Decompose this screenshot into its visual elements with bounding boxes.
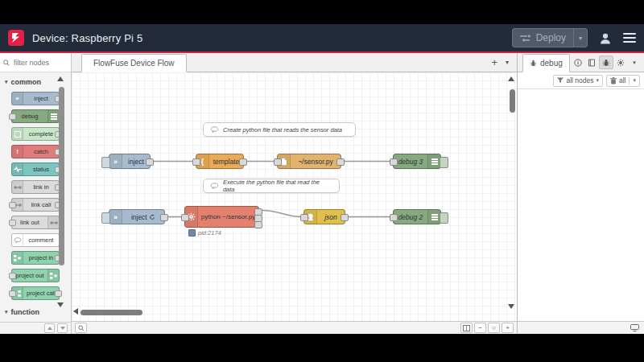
inject-icon: » bbox=[109, 154, 122, 168]
node-python-exec[interactable]: python ~/sensor.py bbox=[184, 206, 259, 228]
debug-tab-button[interactable] bbox=[599, 56, 613, 69]
node-inject-2[interactable]: » inject bbox=[109, 209, 165, 224]
node-inject-1[interactable]: » inject bbox=[109, 154, 151, 169]
debug-messages-panel[interactable] bbox=[518, 89, 644, 321]
palette-node-debug[interactable]: debug bbox=[11, 109, 60, 123]
tab-label: debug bbox=[540, 59, 563, 68]
palette-node-label: comment bbox=[23, 237, 59, 244]
navigator-button[interactable] bbox=[460, 323, 473, 333]
input-port[interactable] bbox=[300, 214, 308, 221]
palette-node-project-call[interactable]: project call bbox=[11, 286, 60, 300]
flow-list-caret[interactable]: ▾ bbox=[506, 59, 509, 66]
palette-node-label: catch bbox=[23, 148, 59, 155]
palette-node-inject[interactable]: » inject bbox=[11, 92, 60, 105]
user-icon[interactable] bbox=[599, 32, 612, 44]
node-palette: ▾ common » inject debug bbox=[0, 53, 72, 334]
category-label: function bbox=[11, 308, 40, 316]
input-port[interactable] bbox=[192, 158, 200, 166]
zoom-out-button[interactable]: − bbox=[474, 323, 486, 333]
node-sensor-file[interactable]: ~/sensor.py bbox=[277, 154, 341, 169]
comment-node-2[interactable]: Execute the python file that read the da… bbox=[203, 179, 340, 193]
node-debug-3[interactable]: debug 3 bbox=[393, 154, 441, 169]
output-port[interactable] bbox=[336, 158, 345, 166]
palette-node-link-call[interactable]: link call bbox=[11, 198, 60, 212]
node-red-editor: Device: Raspberry Pi 5 Deploy ▾ bbox=[0, 24, 644, 334]
inject-trigger-button[interactable] bbox=[101, 212, 110, 224]
canvas-scroll-left-icon[interactable] bbox=[73, 308, 78, 315]
comment-bubble-icon bbox=[210, 126, 219, 134]
output-port-3[interactable] bbox=[254, 221, 262, 228]
input-port[interactable] bbox=[181, 214, 189, 221]
palette-node-catch[interactable]: ! catch bbox=[11, 145, 60, 158]
node-debug-2[interactable]: debug 2 bbox=[393, 209, 441, 224]
output-port[interactable] bbox=[160, 214, 168, 221]
console-icon[interactable] bbox=[630, 324, 639, 331]
zoom-in-button[interactable]: + bbox=[502, 323, 514, 333]
input-port[interactable] bbox=[390, 158, 398, 166]
palette-search[interactable] bbox=[0, 53, 71, 72]
palette-node-project-out[interactable]: project out bbox=[11, 269, 60, 282]
palette-scroll-up-icon[interactable] bbox=[57, 76, 64, 81]
debug-toggle-button[interactable] bbox=[440, 212, 448, 224]
palette-node-comment[interactable]: comment bbox=[11, 233, 60, 247]
inject-trigger-button[interactable] bbox=[101, 157, 110, 168]
debug-toggle-button[interactable] bbox=[440, 157, 448, 168]
canvas-scroll-up-icon[interactable] bbox=[508, 76, 514, 81]
complete-icon bbox=[12, 128, 23, 140]
comment-bubble-icon bbox=[210, 183, 219, 190]
palette-node-label: link call bbox=[23, 201, 59, 208]
caret-icon: ▾ bbox=[596, 77, 599, 84]
comment-node-1[interactable]: Create python file that reads the sensor… bbox=[203, 122, 356, 137]
comment-label: Create python file that reads the sensor… bbox=[223, 126, 342, 134]
expand-categories-button[interactable] bbox=[57, 323, 68, 333]
filter-funnel-icon bbox=[557, 77, 564, 84]
palette-node-link-in[interactable]: link in bbox=[11, 180, 60, 194]
collapse-categories-button[interactable] bbox=[44, 323, 55, 333]
debug-filter-button[interactable]: all nodes ▾ bbox=[553, 75, 603, 87]
palette-node-status[interactable]: status bbox=[11, 162, 60, 176]
help-tab-button[interactable] bbox=[585, 56, 598, 68]
add-flow-button[interactable]: + bbox=[491, 56, 497, 68]
palette-scroll-down-icon[interactable] bbox=[57, 302, 64, 307]
debug-toolbar: all nodes ▾ all ▾ bbox=[518, 72, 644, 89]
config-tab-button[interactable] bbox=[614, 56, 627, 68]
flow-tabbar: FlowFuse Device Flow + ▾ bbox=[72, 53, 517, 72]
output-port[interactable] bbox=[146, 158, 154, 166]
info-tab-button[interactable] bbox=[572, 56, 584, 68]
node-json[interactable]: json bbox=[303, 209, 345, 224]
deploy-options-caret[interactable]: ▾ bbox=[573, 29, 587, 47]
canvas-scroll-down-icon[interactable] bbox=[508, 304, 514, 309]
debug-clear-button[interactable]: all ▾ bbox=[606, 75, 640, 87]
deploy-button[interactable]: Deploy ▾ bbox=[512, 28, 588, 47]
sidebar-tabs-caret[interactable]: ▾ bbox=[628, 56, 641, 68]
canvas-vscrollbar[interactable] bbox=[510, 89, 515, 113]
deploy-icon bbox=[520, 35, 531, 42]
output-port[interactable] bbox=[239, 158, 247, 166]
palette-node-label: project in bbox=[23, 254, 59, 261]
main-menu-icon[interactable] bbox=[623, 31, 636, 45]
tab-debug[interactable]: debug bbox=[522, 54, 570, 72]
wire[interactable] bbox=[260, 210, 303, 216]
palette-node-label: link in bbox=[23, 183, 59, 191]
palette-node-project-in[interactable]: project in bbox=[11, 251, 60, 265]
header-bar: Device: Raspberry Pi 5 Deploy ▾ bbox=[0, 24, 644, 53]
palette-footer bbox=[0, 322, 71, 334]
node-label: template bbox=[209, 158, 243, 166]
flow-canvas[interactable]: Create python file that reads the sensor… bbox=[72, 72, 517, 321]
palette-node-link-out[interactable]: link out bbox=[11, 216, 60, 229]
sidebar-header: debug bbox=[518, 53, 644, 72]
palette-node-label: inject bbox=[23, 95, 59, 102]
palette-node-complete[interactable]: complete bbox=[11, 127, 60, 141]
input-port[interactable] bbox=[390, 214, 398, 221]
output-port[interactable] bbox=[341, 214, 349, 221]
search-flows-button[interactable] bbox=[75, 323, 87, 333]
palette-scrollbar[interactable] bbox=[59, 87, 64, 265]
input-port[interactable] bbox=[274, 158, 282, 166]
caret-icon[interactable]: ▾ bbox=[633, 77, 636, 84]
canvas-hscrollbar[interactable] bbox=[80, 310, 142, 315]
palette-filter-input[interactable] bbox=[12, 58, 64, 68]
tab-flowfuse-device-flow[interactable]: FlowFuse Device Flow bbox=[81, 54, 187, 72]
node-label: ~/sensor.py bbox=[291, 158, 341, 166]
node-template[interactable]: { template bbox=[196, 154, 244, 169]
zoom-reset-button[interactable]: ○ bbox=[488, 323, 500, 333]
